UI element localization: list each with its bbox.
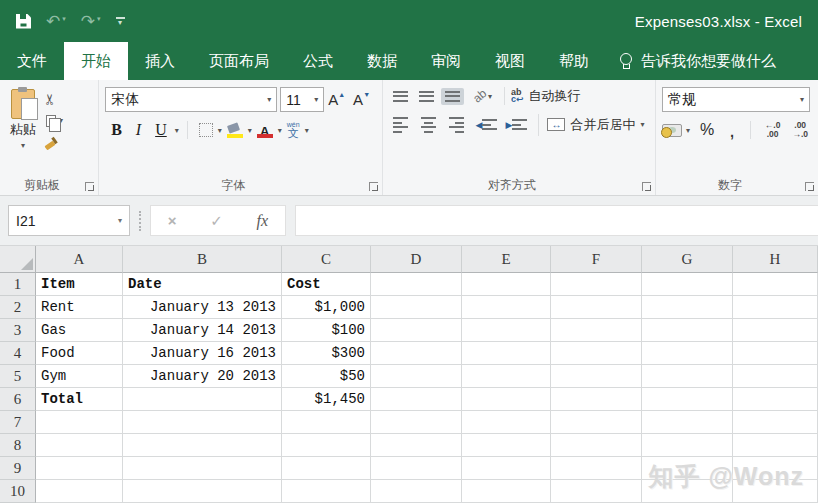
tab-data[interactable]: 数据 — [350, 42, 414, 80]
customize-quick-access-button[interactable]: ▾ — [116, 17, 125, 26]
cell-D4[interactable] — [371, 342, 462, 365]
cell-F3[interactable] — [551, 319, 642, 342]
alignment-dialog-launcher-icon[interactable] — [642, 182, 651, 191]
name-box-dropdown-icon[interactable]: ▾ — [118, 216, 122, 225]
borders-button[interactable] — [199, 123, 213, 137]
cell-H6[interactable] — [733, 388, 818, 411]
phonetic-guide-button[interactable]: wén 文 — [287, 121, 300, 139]
cell-G3[interactable] — [642, 319, 733, 342]
cell-G2[interactable] — [642, 296, 733, 319]
cell-E2[interactable] — [462, 296, 551, 319]
cell-G4[interactable] — [642, 342, 733, 365]
name-box[interactable]: I21 ▾ — [8, 205, 130, 236]
increase-decimal-button[interactable]: ←.0 .00 — [761, 121, 785, 139]
col-header-C[interactable]: C — [282, 246, 371, 273]
cell-H3[interactable] — [733, 319, 818, 342]
cell-F2[interactable] — [551, 296, 642, 319]
increase-font-size-button[interactable]: A ▲ — [324, 91, 349, 108]
font-dialog-launcher-icon[interactable] — [369, 182, 378, 191]
tab-insert[interactable]: 插入 — [128, 42, 192, 80]
cell-E5[interactable] — [462, 365, 551, 388]
cancel-icon[interactable]: × — [168, 212, 177, 229]
cell-F6[interactable] — [551, 388, 642, 411]
cell-G5[interactable] — [642, 365, 733, 388]
cell-A7[interactable] — [36, 411, 123, 434]
cell-B5[interactable]: January 20 2013 — [123, 365, 282, 388]
tab-file[interactable]: 文件 — [0, 42, 64, 80]
cell-F10[interactable] — [551, 480, 642, 503]
row-header-8[interactable]: 8 — [0, 434, 36, 457]
cell-F4[interactable] — [551, 342, 642, 365]
cell-E4[interactable] — [462, 342, 551, 365]
cell-F1[interactable] — [551, 273, 642, 296]
undo-dropdown-icon[interactable]: ▾ — [62, 14, 66, 24]
cell-F9[interactable] — [551, 457, 642, 480]
tab-view[interactable]: 视图 — [478, 42, 542, 80]
cell-D1[interactable] — [371, 273, 462, 296]
cell-E6[interactable] — [462, 388, 551, 411]
decrease-font-size-button[interactable]: A ▼ — [349, 91, 374, 108]
cell-C5[interactable]: $50 — [282, 365, 371, 388]
insert-function-icon[interactable]: fx — [257, 212, 269, 230]
font-name-dropdown-icon[interactable]: ▾ — [267, 95, 271, 104]
fill-dropdown-icon[interactable]: ▾ — [248, 126, 252, 135]
cell-C2[interactable]: $1,000 — [282, 296, 371, 319]
align-right-button[interactable] — [445, 114, 468, 136]
cell-C9[interactable] — [282, 457, 371, 480]
font-size-combo[interactable]: 11 ▾ — [280, 87, 324, 112]
merge-center-button[interactable]: ↔ 合并后居中 ▾ — [547, 116, 644, 134]
paste-button[interactable]: 粘贴 ▾ — [6, 87, 40, 152]
tab-home[interactable]: 开始 — [64, 42, 128, 80]
orientation-button[interactable]: ab ▾ — [473, 89, 492, 103]
tab-page-layout[interactable]: 页面布局 — [192, 42, 286, 80]
italic-button[interactable]: I — [130, 121, 147, 139]
row-header-2[interactable]: 2 — [0, 296, 36, 319]
cell-B4[interactable]: January 16 2013 — [123, 342, 282, 365]
select-all-corner[interactable] — [0, 246, 36, 273]
cell-D10[interactable] — [371, 480, 462, 503]
cell-D9[interactable] — [371, 457, 462, 480]
wrap-text-button[interactable]: ab c↩ 自动换行 — [511, 87, 581, 105]
cell-G7[interactable] — [642, 411, 733, 434]
format-painter-button[interactable] — [44, 134, 63, 151]
accounting-dropdown-icon[interactable]: ▾ — [686, 126, 690, 135]
row-header-7[interactable]: 7 — [0, 411, 36, 434]
number-format-combo[interactable]: 常规 ▾ — [662, 87, 810, 112]
save-icon[interactable] — [16, 14, 31, 29]
cell-F5[interactable] — [551, 365, 642, 388]
font-color-dropdown-icon[interactable]: ▾ — [278, 126, 282, 135]
cell-E7[interactable] — [462, 411, 551, 434]
row-header-5[interactable]: 5 — [0, 365, 36, 388]
cell-D2[interactable] — [371, 296, 462, 319]
cell-D5[interactable] — [371, 365, 462, 388]
cell-E8[interactable] — [462, 434, 551, 457]
cell-A5[interactable]: Gym — [36, 365, 123, 388]
cell-H2[interactable] — [733, 296, 818, 319]
cell-E1[interactable] — [462, 273, 551, 296]
cell-C7[interactable] — [282, 411, 371, 434]
col-header-G[interactable]: G — [642, 246, 733, 273]
comma-style-button[interactable]: , — [724, 124, 740, 136]
row-header-10[interactable]: 10 — [0, 480, 36, 503]
font-color-button[interactable]: A — [257, 122, 273, 138]
cell-C6[interactable]: $1,450 — [282, 388, 371, 411]
col-header-E[interactable]: E — [462, 246, 551, 273]
cell-B2[interactable]: January 13 2013 — [123, 296, 282, 319]
top-align-button[interactable] — [389, 88, 412, 105]
cell-A6[interactable]: Total — [36, 388, 123, 411]
cell-B6[interactable] — [123, 388, 282, 411]
redo-button[interactable]: ↷ ▾ — [81, 14, 101, 29]
cell-B10[interactable] — [123, 480, 282, 503]
cell-F7[interactable] — [551, 411, 642, 434]
clipboard-dialog-launcher-icon[interactable] — [85, 182, 94, 191]
col-header-H[interactable]: H — [733, 246, 818, 273]
cell-H1[interactable] — [733, 273, 818, 296]
cell-A9[interactable] — [36, 457, 123, 480]
cell-C4[interactable]: $300 — [282, 342, 371, 365]
phonetic-dropdown-icon[interactable]: ▾ — [305, 126, 309, 135]
cell-F8[interactable] — [551, 434, 642, 457]
redo-dropdown-icon[interactable]: ▾ — [97, 14, 101, 24]
copy-button[interactable]: ▾ — [44, 112, 63, 129]
tab-help[interactable]: 帮助 — [542, 42, 606, 80]
cell-E3[interactable] — [462, 319, 551, 342]
